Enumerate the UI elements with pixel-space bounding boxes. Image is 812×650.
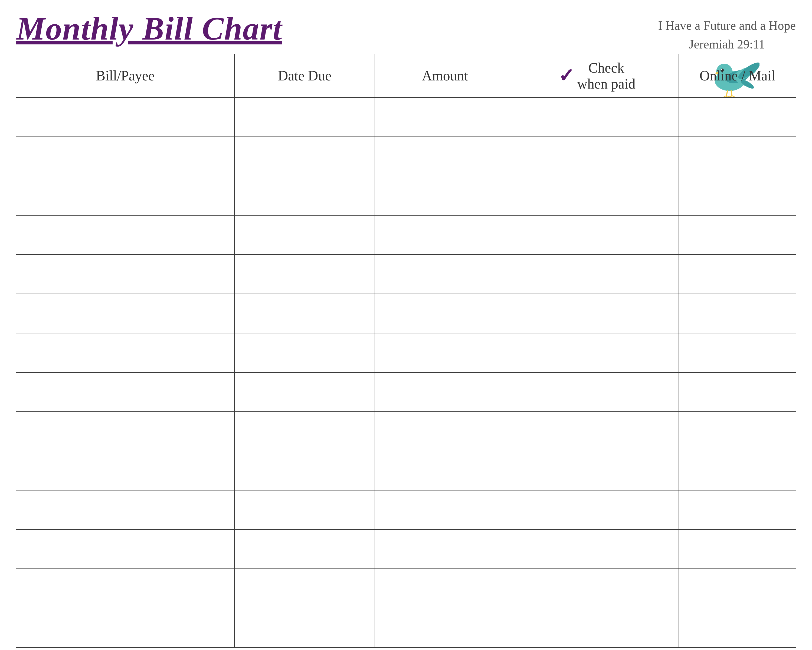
table-cell [375,372,515,411]
table-cell [375,529,515,569]
table-cell [234,451,375,490]
header: Monthly Bill Chart I Have a Future and a… [0,0,812,54]
table-cell [679,490,796,529]
table-cell [16,176,234,215]
table-row [16,255,796,294]
table-container: Bill/Payee Date Due Amount ✓ Checkwhen p… [0,54,812,647]
table-cell [515,215,679,255]
table-cell [375,569,515,608]
table-cell [515,176,679,215]
table-cell [16,411,234,451]
table-cell [234,176,375,215]
table-cell [234,529,375,569]
table-cell [515,569,679,608]
table-cell [234,372,375,411]
table-cell [515,411,679,451]
table-cell [16,333,234,372]
table-cell [679,411,796,451]
table-cell [16,294,234,333]
col-header-check: ✓ Checkwhen paid [515,54,679,98]
table-cell [679,372,796,411]
table-cell [515,255,679,294]
table-cell [375,294,515,333]
table-cell [375,98,515,137]
table-cell [679,294,796,333]
tagline: I Have a Future and a Hope Jeremiah 29:1… [658,16,796,54]
table-cell [234,333,375,372]
table-cell [679,215,796,255]
title-section: Monthly Bill Chart [16,11,282,47]
table-cell [234,411,375,451]
table-cell [234,137,375,176]
table-cell [375,215,515,255]
check-header-text: Checkwhen paid [577,60,635,92]
table-cell [515,294,679,333]
table-row [16,569,796,608]
table-row [16,411,796,451]
table-cell [515,529,679,569]
table-cell [375,608,515,647]
page-title: Monthly Bill Chart [16,11,282,47]
table-cell [234,608,375,647]
table-cell [515,98,679,137]
table-cell [679,608,796,647]
table-cell [515,372,679,411]
table-cell [679,176,796,215]
table-cell [515,333,679,372]
bill-table: Bill/Payee Date Due Amount ✓ Checkwhen p… [16,54,796,647]
table-row [16,490,796,529]
table-cell [16,255,234,294]
table-cell [375,490,515,529]
table-cell [234,569,375,608]
table-cell [16,569,234,608]
table-header-row: Bill/Payee Date Due Amount ✓ Checkwhen p… [16,54,796,98]
tagline-line1: I Have a Future and a Hope [658,16,796,35]
table-cell [679,98,796,137]
table-cell [515,451,679,490]
table-row [16,215,796,255]
table-body [16,98,796,647]
col-header-date: Date Due [234,54,375,98]
table-cell [16,490,234,529]
table-row [16,451,796,490]
table-cell [679,255,796,294]
table-cell [679,569,796,608]
table-cell [234,215,375,255]
table-cell [375,451,515,490]
table-row [16,294,796,333]
col-header-amount: Amount [375,54,515,98]
checkmark-icon: ✓ [559,66,574,85]
tagline-line2: Jeremiah 29:11 [658,35,796,54]
table-cell [16,608,234,647]
table-cell [16,451,234,490]
table-row [16,608,796,647]
table-cell [375,137,515,176]
table-row [16,333,796,372]
table-cell [679,529,796,569]
check-header-content: ✓ Checkwhen paid [515,60,679,92]
table-cell [515,490,679,529]
table-row [16,529,796,569]
table-cell [16,137,234,176]
table-cell [679,137,796,176]
table-cell [234,255,375,294]
table-row [16,98,796,137]
col-header-online: Online / Mail [679,54,796,98]
table-row [16,137,796,176]
table-cell [16,215,234,255]
table-row [16,176,796,215]
table-cell [679,333,796,372]
table-cell [234,490,375,529]
table-cell [515,608,679,647]
table-cell [234,294,375,333]
table-cell [375,176,515,215]
table-row [16,372,796,411]
table-cell [375,411,515,451]
table-cell [375,333,515,372]
table-cell [515,137,679,176]
footer: Personal use only, do not redistribute i… [16,647,796,650]
table-cell [16,529,234,569]
table-cell [16,98,234,137]
table-cell [375,255,515,294]
table-cell [234,98,375,137]
